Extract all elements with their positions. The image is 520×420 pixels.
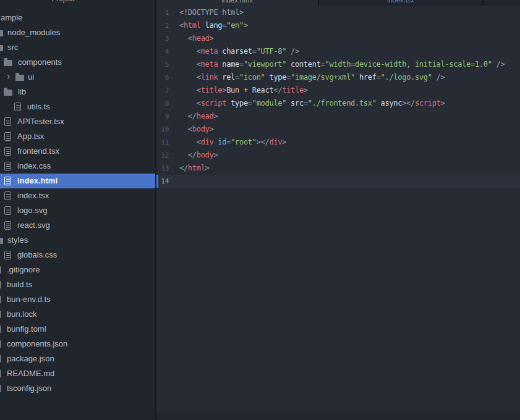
code-line-5[interactable]: 5 <meta name="viewport" content="width=d… <box>156 58 520 71</box>
code-line-content: <meta name="viewport" content="width=dev… <box>169 58 505 71</box>
tree-item--gitignore[interactable]: .gitignore <box>0 262 155 277</box>
tab-separator <box>318 0 319 6</box>
file-icon <box>4 147 11 156</box>
code-area[interactable]: 1<!DOCTYPE html>2<html lang="en">3 <head… <box>156 6 520 188</box>
tree-item-lib[interactable]: lib <box>0 85 155 99</box>
code-line-13[interactable]: 13</html> <box>156 162 520 175</box>
folder-icon <box>0 238 3 244</box>
tree-item-label: globals.css <box>17 248 57 262</box>
tree-item-label: node_modules <box>7 25 60 40</box>
tab-bar: index.htmlindex.tsx <box>156 0 520 6</box>
tree-item-label: index.css <box>17 159 51 174</box>
tree-item-logo-svg[interactable]: logo.svg <box>0 203 155 218</box>
tree-item-components-json[interactable]: components.json <box>0 337 155 351</box>
tree-item-label: build.ts <box>7 277 32 292</box>
tree-item-label: index.tsx <box>17 188 49 203</box>
file-icon <box>4 132 11 141</box>
tree-item-index-tsx[interactable]: index.tsx <box>0 188 155 203</box>
line-number[interactable]: 8 <box>156 97 169 110</box>
code-line-content <box>169 175 179 188</box>
tree-item-ui[interactable]: ui <box>0 70 155 85</box>
code-line-1[interactable]: 1<!DOCTYPE html> <box>156 6 520 19</box>
tree-item-components[interactable]: components <box>0 55 155 70</box>
tree-item-apitester-tsx[interactable]: APITester.tsx <box>0 114 155 129</box>
tree-item-src[interactable]: src <box>0 40 155 55</box>
tree-item-label: src <box>7 40 18 55</box>
code-line-12[interactable]: 12 </body> <box>156 149 520 162</box>
file-icon <box>4 177 11 185</box>
line-number[interactable]: 11 <box>156 136 169 149</box>
file-icon <box>4 162 11 170</box>
tree-item-label: components.json <box>7 337 67 351</box>
code-line-14[interactable]: 14 <box>156 175 520 188</box>
code-line-10[interactable]: 10 <body> <box>156 123 520 136</box>
code-line-11[interactable]: 11 <div id="root"></div> <box>156 136 520 149</box>
chevron-right-icon[interactable] <box>6 75 10 79</box>
code-line-8[interactable]: 8 <script type="module" src="./frontend.… <box>156 97 520 110</box>
line-number[interactable]: 10 <box>156 123 169 136</box>
file-icon <box>4 251 11 259</box>
tree-item-index-html[interactable]: index.html <box>0 174 155 188</box>
tree-item-globals-css[interactable]: globals.css <box>0 248 155 262</box>
line-number[interactable]: 14 <box>156 175 169 188</box>
tree-item-label: APITester.tsx <box>17 114 64 129</box>
code-line-content: <meta charset="UTF-8" /> <box>169 45 299 58</box>
tree-item-utils-ts[interactable]: utils.ts <box>0 99 155 114</box>
tree-item-bun-lock[interactable]: bun.lock <box>0 307 155 322</box>
line-number[interactable]: 12 <box>156 149 169 162</box>
tree-item-bunfig-toml[interactable]: bunfig.toml <box>0 322 155 337</box>
file-tree: amplenode_modulessrccomponentsuilibutils… <box>0 10 155 396</box>
tree-item-build-ts[interactable]: build.ts <box>0 277 155 292</box>
tree-item-label: README.md <box>7 366 54 381</box>
line-number[interactable]: 6 <box>156 71 169 84</box>
tree-item-ample[interactable]: ample <box>0 10 155 25</box>
editor-tab-index-tsx[interactable]: index.tsx <box>319 0 482 6</box>
line-number[interactable]: 5 <box>156 58 169 71</box>
code-line-content: <link rel="icon" type="image/svg+xml" hr… <box>169 71 445 84</box>
tree-item-label: react.svg <box>17 218 50 233</box>
code-line-content: <title>Bun + React</title> <box>169 84 308 97</box>
tree-item-label: lib <box>18 85 26 99</box>
code-line-2[interactable]: 2<html lang="en"> <box>156 19 520 32</box>
tree-item-styles[interactable]: styles <box>0 233 155 248</box>
tree-item-readme-md[interactable]: README.md <box>0 366 155 381</box>
line-number[interactable]: 3 <box>156 32 169 45</box>
file-icon <box>0 340 1 348</box>
explorer-header: Project <box>0 0 155 6</box>
explorer-title: Project <box>0 0 126 3</box>
line-number[interactable]: 1 <box>156 6 169 19</box>
folder-icon <box>0 30 3 36</box>
tree-item-label: bunfig.toml <box>7 322 46 337</box>
code-line-4[interactable]: 4 <meta charset="UTF-8" /> <box>156 45 520 58</box>
horizontal-scrollbar-area[interactable] <box>156 413 520 420</box>
file-icon <box>0 355 1 363</box>
folder-icon <box>4 90 12 96</box>
line-number[interactable]: 13 <box>156 162 169 175</box>
tree-item-label: frontend.tsx <box>17 144 59 159</box>
line-number[interactable]: 9 <box>156 110 169 123</box>
tree-item-package-json[interactable]: package.json <box>0 351 155 366</box>
tree-item-node-modules[interactable]: node_modules <box>0 25 155 40</box>
file-icon <box>0 266 1 274</box>
tree-item-frontend-tsx[interactable]: frontend.tsx <box>0 144 155 159</box>
tree-item-bun-env-d-ts[interactable]: bun-env.d.ts <box>0 292 155 307</box>
tree-item-react-svg[interactable]: react.svg <box>0 218 155 233</box>
tree-item-app-tsx[interactable]: App.tsx <box>0 129 155 144</box>
code-line-3[interactable]: 3 <head> <box>156 32 520 45</box>
code-line-content: <script type="module" src="./frontend.ts… <box>169 97 445 110</box>
line-number[interactable]: 2 <box>156 19 169 32</box>
folder-icon <box>4 60 12 66</box>
tree-item-label: components <box>18 55 62 70</box>
line-number[interactable]: 4 <box>156 45 169 58</box>
code-line-content: <html lang="en"> <box>169 19 248 32</box>
file-icon <box>0 310 1 319</box>
tree-item-tsconfig-json[interactable]: tsconfig.json <box>0 381 155 396</box>
tree-item-index-css[interactable]: index.css <box>0 159 155 174</box>
tab-separator <box>482 0 484 6</box>
code-line-6[interactable]: 6 <link rel="icon" type="image/svg+xml" … <box>156 71 520 84</box>
code-line-7[interactable]: 7 <title>Bun + React</title> <box>156 84 520 97</box>
file-icon <box>0 325 1 334</box>
line-number[interactable]: 7 <box>156 84 169 97</box>
editor-tab-index-html[interactable]: index.html <box>156 0 318 6</box>
code-line-9[interactable]: 9 </head> <box>156 110 520 123</box>
